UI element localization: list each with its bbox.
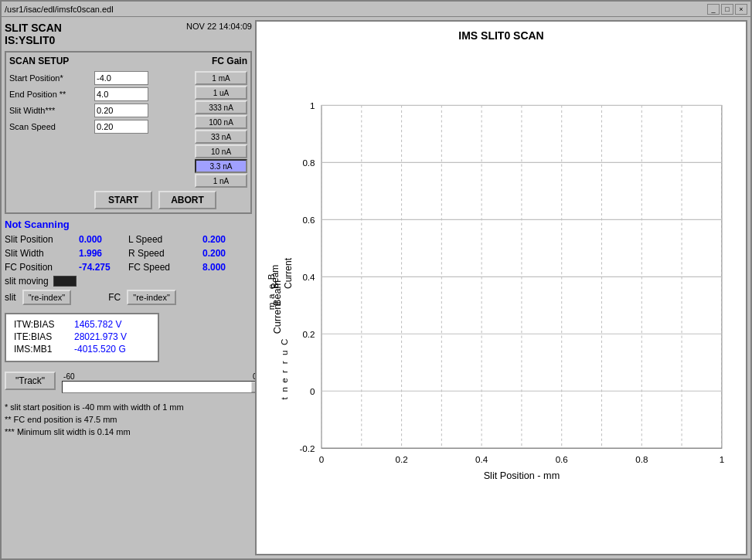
slit-width-row: Slit Width*** (9, 104, 189, 117)
title-bar: /usr1/isac/edl/imsfc0scan.edl _ □ × (2, 2, 750, 17)
svg-text:0: 0 (319, 454, 324, 464)
fc-position-label: FC Position (5, 262, 74, 273)
window-title: /usr1/isac/edl/imsfc0scan.edl (5, 5, 114, 14)
chart-panel: IMS SLIT0 SCAN Beam Current (255, 20, 747, 555)
svg-text:0.4: 0.4 (302, 272, 315, 282)
fc-btn-1na[interactable]: 1 nA (195, 174, 247, 188)
ite-bias-value: 28021.973 V (74, 331, 127, 342)
fc-btn-333na[interactable]: 333 nA (195, 100, 247, 114)
fc-btn-1ma[interactable]: 1 mA (195, 71, 247, 85)
fc-reindex-button[interactable]: "re-index" (127, 290, 176, 305)
left-panel: SLIT SCAN IS:YSLIT0 NOV 22 14:04:09 SCAN… (5, 20, 252, 555)
slit-moving-label: slit moving (5, 276, 49, 287)
reindex-row: slit "re-index" FC "re-index" (5, 290, 252, 305)
slit-width-input[interactable] (94, 104, 148, 117)
ite-bias-label: ITE:BIAS (14, 331, 68, 342)
slit-position-row: Slit Position 0.000 (5, 233, 128, 246)
itw-bias-row: ITW:BIAS 1465.782 V (14, 319, 150, 330)
svg-text:0.6: 0.6 (302, 215, 315, 225)
abort-button[interactable]: ABORT (158, 191, 216, 209)
svg-text:0.2: 0.2 (302, 329, 315, 339)
slit-moving-indicator (53, 276, 77, 287)
status-section: Not Scanning Slit Position 0.000 L Speed… (5, 217, 252, 307)
y-axis-current: Current (283, 258, 294, 289)
not-scanning-label: Not Scanning (5, 219, 252, 230)
action-buttons: START ABORT (9, 191, 247, 209)
fc-btn-10na[interactable]: 10 nA (195, 144, 247, 158)
ims-mb1-value: -4015.520 G (74, 344, 126, 355)
chart-title: IMS SLIT0 SCAN (264, 29, 738, 42)
svg-text:0.8: 0.8 (635, 454, 648, 464)
fc-btn-3p3na[interactable]: 3.3 nA (195, 159, 247, 173)
track-button[interactable]: "Track" (5, 372, 56, 390)
minimize-button[interactable]: _ (707, 4, 720, 15)
svg-text:0.6: 0.6 (556, 454, 568, 464)
l-speed-value: 0.200 (202, 234, 245, 245)
fc-gain-title: FC Gain (212, 56, 247, 66)
scan-speed-input[interactable] (94, 120, 148, 134)
fc-position-row: FC Position -74.275 (5, 261, 128, 273)
chart-area: Beam Current (264, 46, 738, 540)
fc-speed-value: 8.000 (202, 262, 245, 273)
maximize-button[interactable]: □ (721, 4, 733, 15)
main-window: /usr1/isac/edl/imsfc0scan.edl _ □ × SLIT… (0, 0, 752, 560)
y-axis-beam: Beam (270, 265, 281, 289)
svg-text:0.2: 0.2 (395, 454, 407, 464)
datetime: NOV 22 14:04:09 (186, 22, 252, 31)
slit-reindex-button[interactable]: "re-index" (22, 290, 72, 305)
main-content: SLIT SCAN IS:YSLIT0 NOV 22 14:04:09 SCAN… (2, 17, 750, 558)
r-speed-label: R Speed (128, 248, 198, 259)
slit-width-status-label: Slit Width (5, 248, 74, 259)
svg-text:Slit Position - mm: Slit Position - mm (484, 470, 560, 481)
svg-text:0.4: 0.4 (475, 454, 488, 464)
scan-speed-row: Scan Speed (9, 120, 189, 134)
fc-btn-33na[interactable]: 33 nA (195, 130, 247, 144)
bias-box: ITW:BIAS 1465.782 V ITE:BIAS 28021.973 V… (5, 313, 159, 362)
start-position-label: Start Position* (9, 73, 94, 83)
r-speed-row: R Speed 0.200 (128, 247, 252, 260)
chart-container: IMS SLIT0 SCAN Beam Current (255, 20, 747, 555)
l-speed-row: L Speed 0.200 (128, 233, 252, 246)
fc-btn-1ua[interactable]: 1 uA (195, 86, 247, 100)
note1: * slit start position is -40 mm with wid… (5, 402, 252, 412)
fc-label: FC (108, 292, 121, 303)
start-position-input[interactable] (94, 71, 148, 85)
notes-section: * slit start position is -40 mm with wid… (5, 402, 252, 440)
slit-position-label: Slit Position (5, 234, 74, 245)
scan-id: IS:YSLIT0 (5, 34, 62, 46)
fc-position-value: -74.275 (79, 262, 121, 273)
slit-width-status-value: 1.996 (79, 248, 121, 259)
slit-position-value: 0.000 (79, 234, 121, 245)
start-button[interactable]: START (94, 191, 152, 209)
window-controls: _ □ × (707, 4, 747, 15)
slit-scan-title: SLIT SCAN (5, 22, 62, 34)
itw-bias-value: 1465.782 V (74, 319, 121, 330)
fc-btn-100na[interactable]: 100 nA (195, 115, 247, 129)
end-position-input[interactable] (94, 87, 148, 101)
close-button[interactable]: × (735, 4, 747, 15)
slit-width-label: Slit Width*** (9, 106, 94, 115)
r-speed-value: 0.200 (202, 248, 245, 259)
end-position-row: End Position ** (9, 87, 189, 101)
scan-setup-box: SCAN SETUP FC Gain Start Position* End P… (5, 51, 252, 214)
slit-width-status-row: Slit Width 1.996 (5, 247, 128, 260)
scan-setup-title: SCAN SETUP (9, 56, 69, 66)
slit-label: slit (5, 292, 16, 303)
fc-buttons-col: 1 mA 1 uA 333 nA 100 nA 33 nA 10 nA 3.3 … (195, 71, 247, 188)
svg-text:1: 1 (310, 100, 315, 110)
note3: *** Minimum slit width is 0.14 mm (5, 427, 252, 436)
track-left-label: -60 (63, 372, 74, 381)
itw-bias-label: ITW:BIAS (14, 319, 68, 330)
svg-text:0: 0 (310, 386, 315, 396)
scan-speed-label: Scan Speed (9, 122, 94, 131)
svg-text:-0.2: -0.2 (300, 443, 315, 453)
header-section: SLIT SCAN IS:YSLIT0 NOV 22 14:04:09 (5, 20, 252, 48)
ims-mb1-row: IMS:MB1 -4015.520 G (14, 344, 150, 355)
note2: ** FC end position is 47.5 mm (5, 415, 252, 424)
ims-mb1-label: IMS:MB1 (14, 344, 68, 355)
ite-bias-row: ITE:BIAS 28021.973 V (14, 331, 150, 342)
track-section: "Track" -60 0.00 60 (5, 372, 252, 393)
chart-svg: Beam Current (264, 46, 738, 540)
svg-text:0.8: 0.8 (302, 158, 315, 168)
slit-moving-row: slit moving (5, 276, 252, 287)
